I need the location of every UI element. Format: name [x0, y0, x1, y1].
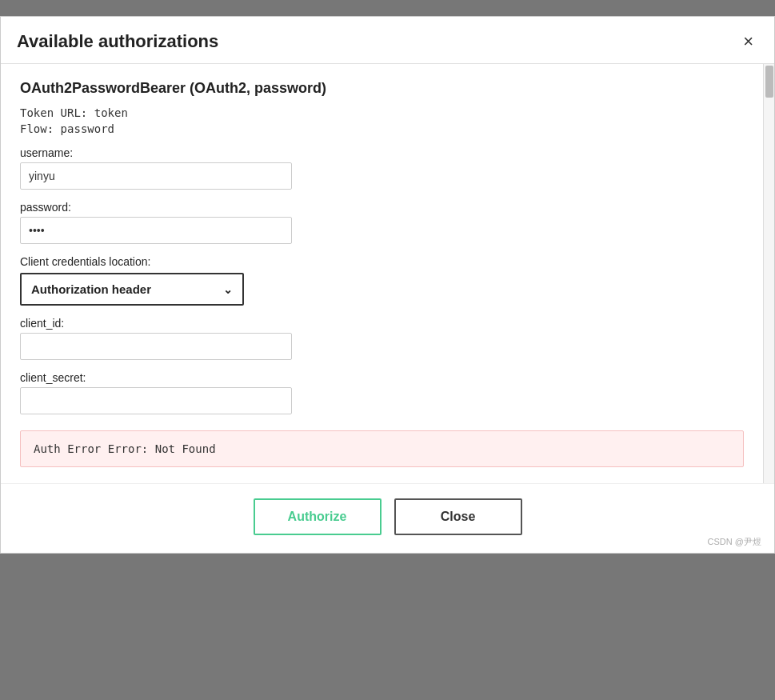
flow-label: Flow: — [20, 122, 54, 135]
token-url-value: token — [94, 106, 128, 119]
credentials-location-value: Authorization header — [31, 282, 151, 296]
client-secret-label: client_secret: — [20, 371, 744, 384]
password-field-group: password: — [20, 201, 744, 244]
chevron-down-icon: ⌄ — [223, 283, 233, 296]
client-id-input[interactable] — [20, 333, 292, 360]
password-label: password: — [20, 201, 744, 214]
section-title: OAuth2PasswordBearer (OAuth2, password) — [20, 80, 744, 97]
flow-value: password — [61, 122, 114, 135]
client-id-field-group: client_id: — [20, 317, 744, 360]
client-secret-field-group: client_secret: — [20, 371, 744, 414]
modal-header: Available authorizations × — [1, 17, 774, 64]
scrollbar-thumb[interactable] — [765, 66, 773, 98]
modal-title: Available authorizations — [17, 31, 218, 52]
credentials-location-group: Client credentials location: Authorizati… — [20, 255, 744, 306]
modal-dialog: Available authorizations × OAuth2Passwor… — [0, 16, 775, 554]
username-input[interactable] — [20, 162, 292, 190]
flow-row: Flow: password — [20, 122, 744, 135]
authorize-button[interactable]: Authorize — [254, 498, 382, 535]
username-field-group: username: — [20, 146, 744, 190]
credentials-location-label: Client credentials location: — [20, 255, 744, 268]
password-input[interactable] — [20, 217, 292, 244]
token-url-row: Token URL: token — [20, 106, 744, 119]
credentials-location-dropdown[interactable]: Authorization header ⌄ — [20, 273, 244, 306]
modal-footer: Authorize Close — [1, 483, 774, 553]
client-id-label: client_id: — [20, 317, 744, 330]
modal-close-button[interactable]: × — [738, 31, 758, 52]
client-secret-input[interactable] — [20, 387, 292, 414]
watermark: CSDN @尹煜 — [708, 536, 761, 548]
modal-scrollbar-area: OAuth2PasswordBearer (OAuth2, password) … — [1, 64, 774, 483]
scrollbar[interactable] — [763, 64, 774, 483]
token-url-label: Token URL: — [20, 106, 87, 119]
modal-body: OAuth2PasswordBearer (OAuth2, password) … — [1, 64, 763, 483]
close-button[interactable]: Close — [394, 498, 522, 535]
modal-overlay: Available authorizations × OAuth2Passwor… — [0, 0, 775, 700]
error-box: Auth Error Error: Not Found — [20, 430, 744, 467]
username-label: username: — [20, 146, 744, 159]
